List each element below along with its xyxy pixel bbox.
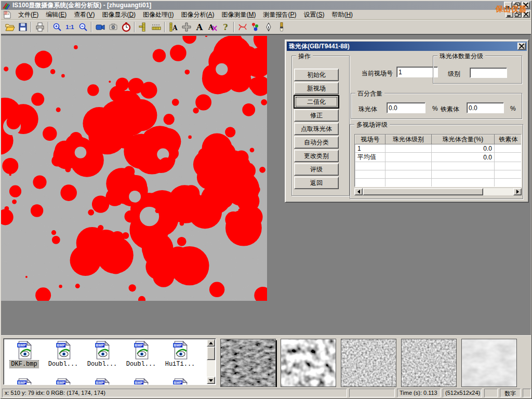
scroll-right-button[interactable] bbox=[513, 188, 522, 195]
file-item[interactable]: BMP bbox=[83, 378, 122, 385]
scroll-left-button[interactable] bbox=[354, 188, 363, 195]
file-item[interactable]: BMP bbox=[161, 378, 200, 385]
menu-settings[interactable]: 设置(S) bbox=[300, 9, 328, 20]
text-annotate-button[interactable]: A bbox=[193, 21, 206, 33]
rating-group-label: 多视场评级 bbox=[354, 121, 390, 129]
correct-button[interactable]: 修正 bbox=[294, 109, 339, 122]
actual-size-button[interactable]: 1:1 bbox=[63, 21, 76, 33]
dialog-close-button[interactable] bbox=[517, 43, 526, 50]
timer-icon bbox=[121, 22, 131, 32]
init-button[interactable]: 初始化 bbox=[294, 69, 339, 81]
new-field-button[interactable]: 新视场 bbox=[294, 82, 339, 95]
scroll-down-button[interactable] bbox=[207, 377, 215, 384]
change-class-button[interactable]: 更改类别 bbox=[294, 150, 339, 162]
table-row[interactable]: 1 0.0 bbox=[355, 144, 522, 153]
svg-text:BMP: BMP bbox=[96, 381, 104, 384]
status-time: Time (s): 0.113 bbox=[397, 389, 441, 397]
scrollbar-thumb[interactable] bbox=[207, 347, 215, 360]
save-button[interactable] bbox=[16, 21, 29, 33]
title-bar: IS100显微摄像系统(金相分析版) - [zhuguangti01] bbox=[1, 1, 531, 10]
table-horizontal-scrollbar[interactable] bbox=[354, 188, 522, 195]
binarize-button[interactable]: 二值化 bbox=[294, 96, 339, 108]
text-delete-button[interactable]: A bbox=[206, 21, 219, 33]
svg-text:BMP: BMP bbox=[57, 381, 65, 384]
current-field-label: 当前视场号 bbox=[362, 69, 393, 78]
zoom-out-button[interactable] bbox=[76, 21, 89, 33]
file-item[interactable]: BMP bbox=[44, 378, 83, 385]
measure-text-button[interactable]: A bbox=[167, 21, 180, 33]
current-field-input[interactable] bbox=[396, 66, 438, 77]
status-position: x: 510 y: 79 idx: 0 RGB: (174, 174, 174) bbox=[2, 389, 347, 397]
bmp-file-icon: BMP bbox=[16, 378, 33, 385]
ruler-button[interactable] bbox=[150, 21, 163, 33]
dialog-title-bar[interactable]: 珠光体(GB/T9441-88) bbox=[287, 42, 527, 51]
help-button[interactable]: ? bbox=[219, 21, 232, 33]
return-button[interactable]: 返回 bbox=[294, 177, 339, 189]
pen-tool-button[interactable] bbox=[262, 21, 275, 33]
file-item[interactable]: BMPDoubl... bbox=[44, 341, 83, 368]
table-row bbox=[355, 162, 522, 170]
video-camera-icon bbox=[95, 22, 105, 32]
zoom-in-icon bbox=[52, 22, 62, 32]
col-pearlite-level: 珠光体级别 bbox=[385, 135, 432, 144]
rating-table[interactable]: 视场号 珠光体级别 珠光体含量(%) 铁素体 1 0.0 平均值 0.0 bbox=[354, 134, 522, 187]
mdi-restore-button[interactable] bbox=[514, 11, 522, 18]
sample-thumbnail[interactable] bbox=[461, 339, 517, 387]
open-file-button[interactable] bbox=[3, 21, 16, 33]
minimize-button[interactable] bbox=[504, 2, 512, 9]
photo-camera-button[interactable] bbox=[107, 21, 119, 33]
bmp-file-icon: BMP bbox=[16, 341, 33, 360]
bmp-file-icon: BMP bbox=[94, 378, 111, 385]
timer-button[interactable] bbox=[119, 21, 132, 33]
pick-pearlite-button[interactable]: 点取珠光体 bbox=[294, 123, 339, 135]
menu-file[interactable]: 文件(F) bbox=[15, 9, 42, 20]
sample-thumbnail[interactable] bbox=[281, 339, 336, 387]
menu-view[interactable]: 查看(V) bbox=[70, 9, 98, 20]
file-item[interactable]: BMPDKF.bmp bbox=[5, 341, 44, 368]
mdi-close-button[interactable] bbox=[522, 11, 530, 18]
menu-image-measure[interactable]: 图像测量(M) bbox=[218, 9, 259, 20]
menu-help[interactable]: 帮助(H) bbox=[328, 9, 356, 20]
ferrite-percent-input[interactable] bbox=[467, 102, 504, 113]
col-ferrite: 铁素体 bbox=[495, 135, 522, 144]
file-item[interactable]: BMP bbox=[5, 378, 44, 385]
menu-image-display[interactable]: 图像显示(D) bbox=[98, 9, 139, 20]
pen-icon bbox=[263, 22, 274, 32]
open-folder-icon bbox=[5, 22, 15, 32]
count-points-button[interactable] bbox=[249, 21, 262, 33]
file-browser-scrollbar[interactable] bbox=[207, 339, 215, 384]
metallograph-image[interactable] bbox=[1, 36, 267, 301]
auto-classify-button[interactable]: 自动分类 bbox=[294, 136, 339, 149]
menu-image-analysis[interactable]: 图像分析(A) bbox=[177, 9, 218, 20]
video-camera-button[interactable] bbox=[94, 21, 107, 33]
restore-button[interactable] bbox=[513, 2, 521, 9]
menu-report[interactable]: 测量报告(P) bbox=[259, 9, 300, 20]
file-item[interactable]: BMPHuiTi... bbox=[161, 341, 200, 368]
mdi-minimize-button[interactable] bbox=[506, 11, 513, 18]
file-item[interactable]: BMP bbox=[122, 378, 161, 385]
print-button[interactable] bbox=[33, 21, 46, 33]
caliper-button[interactable] bbox=[137, 21, 150, 33]
zoom-in-button[interactable] bbox=[50, 21, 63, 33]
level-input[interactable] bbox=[470, 68, 507, 78]
scroll-up-button[interactable] bbox=[207, 339, 215, 347]
file-name: DKF.bmp bbox=[10, 361, 38, 368]
menu-image-processing[interactable]: 图像处理(I) bbox=[139, 9, 177, 20]
file-item[interactable]: BMPDoubl... bbox=[83, 341, 122, 368]
curve-tool-button[interactable] bbox=[236, 21, 249, 33]
pearlite-percent-input[interactable] bbox=[387, 102, 425, 113]
level-label: 级别 bbox=[448, 70, 460, 78]
document-icon[interactable] bbox=[3, 11, 11, 19]
close-button[interactable] bbox=[522, 2, 530, 9]
scrollbar-thumb[interactable] bbox=[363, 188, 483, 195]
rate-button[interactable]: 评级 bbox=[294, 163, 339, 176]
menu-edit[interactable]: 编辑(E) bbox=[42, 9, 70, 20]
brush-tool-button[interactable] bbox=[275, 21, 288, 33]
move-button[interactable] bbox=[180, 21, 193, 33]
sample-thumbnail[interactable] bbox=[220, 339, 276, 387]
save-icon bbox=[18, 22, 28, 32]
file-item[interactable]: BMPDoubl... bbox=[122, 341, 161, 368]
table-row[interactable]: 平均值 0.0 bbox=[355, 153, 522, 162]
sample-thumbnail[interactable] bbox=[341, 339, 396, 387]
sample-thumbnail[interactable] bbox=[401, 339, 457, 387]
